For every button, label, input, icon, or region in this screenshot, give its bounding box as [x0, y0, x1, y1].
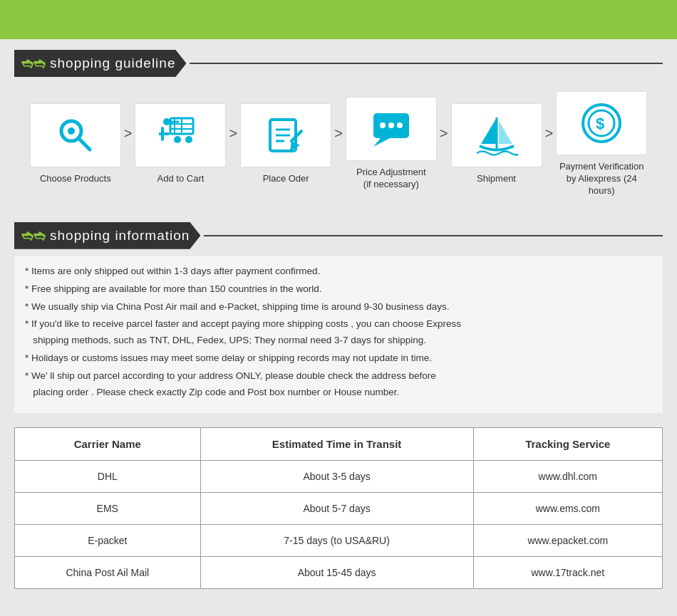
table-row: E-packet 7-15 days (to USA&RU) www.epack… — [15, 525, 663, 557]
info-badge: ➬➬ shopping information — [14, 222, 200, 249]
tracking-ems: www.ems.com — [473, 493, 662, 525]
col-header-carrier: Carrier Name — [15, 428, 201, 461]
arrow-1: > — [124, 125, 133, 163]
info-text: * Items are only shipped out within 1-3 … — [25, 263, 652, 402]
chat-icon — [370, 108, 413, 150]
step-label-shipment: Shipment — [477, 173, 516, 185]
table-row: EMS About 5-7 days www.ems.com — [15, 493, 663, 525]
svg-point-23 — [388, 122, 394, 128]
carrier-china-post: China Post Ail Mail — [15, 557, 201, 589]
time-china-post: About 15-45 days — [200, 557, 473, 589]
guideline-header: ➬➬ shopping guideline — [14, 50, 663, 77]
step-place-order: Place Oder — [240, 103, 331, 185]
svg-point-22 — [380, 122, 386, 128]
svg-point-11 — [185, 136, 192, 143]
svg-marker-26 — [499, 121, 512, 144]
step-label-price: Price Adjustment(if necessary) — [356, 167, 426, 191]
svg-text:$: $ — [596, 115, 604, 132]
step-label-payment: Payment Verificationby Aliexpress (24 ho… — [559, 161, 644, 197]
chevron-icon: ➬➬ — [21, 55, 46, 72]
time-dhl: About 3-5 days — [200, 461, 473, 493]
info-line-3: * We usually ship via China Post Air mai… — [25, 299, 652, 315]
chevron-icon-2: ➬➬ — [21, 227, 46, 244]
step-label-choose: Choose Products — [40, 173, 111, 185]
table-row: DHL About 3-5 days www.dhl.com — [15, 461, 663, 493]
tracking-epacket: www.epacket.com — [473, 525, 662, 557]
info-line-6: * We' ll ship out parcel according to yo… — [25, 368, 652, 401]
step-price-adjustment: Price Adjustment(if necessary) — [346, 97, 437, 191]
step-label-cart: Add to Cart — [157, 173, 205, 185]
title-underline — [190, 63, 663, 64]
info-section: * Items are only shipped out within 1-3 … — [14, 256, 663, 414]
svg-line-1 — [78, 138, 90, 150]
guideline-badge: ➬➬ shopping guideline — [14, 50, 186, 77]
info-line-1: * Items are only shipped out within 1-3 … — [25, 263, 652, 280]
info-line-4: * If you'd like to receive parcel faster… — [25, 316, 652, 349]
step-icon-box-order — [240, 103, 331, 167]
step-icon-box-price — [346, 97, 437, 161]
arrow-3: > — [334, 125, 343, 163]
col-header-time: Estimated Time in Transit — [200, 428, 473, 461]
payment-icon: $ — [580, 102, 623, 145]
svg-point-10 — [174, 136, 181, 143]
carrier-ems: EMS — [15, 493, 201, 525]
svg-marker-25 — [481, 118, 497, 144]
ship-icon — [475, 114, 518, 157]
svg-marker-21 — [373, 138, 390, 147]
steps-container: Choose Products > Add to Cart > — [0, 84, 677, 212]
carrier-dhl: DHL — [15, 461, 201, 493]
svg-point-24 — [397, 122, 403, 128]
table-row: China Post Ail Mail About 15-45 days www… — [15, 557, 663, 589]
arrow-5: > — [545, 125, 554, 163]
arrow-4: > — [440, 125, 448, 163]
table-header-row: Carrier Name Estimated Time in Transit T… — [15, 428, 663, 461]
info-header: ➬➬ shopping information — [14, 222, 663, 249]
info-title: shopping information — [50, 228, 190, 244]
step-choose-products: Choose Products — [30, 103, 121, 185]
search-icon — [54, 114, 97, 157]
tracking-china-post: www.17track.net — [473, 557, 662, 589]
col-header-tracking: Tracking Service — [473, 428, 662, 461]
info-line-2: * Free shipping are available for more t… — [25, 281, 652, 298]
info-line-5: * Holidays or customs issues may meet so… — [25, 350, 652, 367]
tracking-dhl: www.dhl.com — [473, 461, 662, 493]
green-banner — [0, 0, 677, 39]
order-icon — [264, 114, 307, 157]
shipping-table: Carrier Name Estimated Time in Transit T… — [14, 427, 663, 589]
carrier-epacket: E-packet — [15, 525, 201, 557]
step-payment-verification: $ Payment Verificationby Aliexpress (24 … — [556, 91, 647, 197]
step-icon-box-payment: $ — [556, 91, 647, 155]
step-icon-box-shipment — [451, 103, 542, 167]
time-ems: About 5-7 days — [200, 493, 473, 525]
svg-point-2 — [68, 127, 75, 135]
step-icon-box-choose — [30, 103, 121, 167]
step-shipment: Shipment — [451, 103, 542, 185]
arrow-2: > — [229, 125, 237, 163]
step-icon-box-cart — [135, 103, 226, 167]
time-epacket: 7-15 days (to USA&RU) — [200, 525, 473, 557]
table-container: Carrier Name Estimated Time in Transit T… — [14, 427, 663, 589]
cart-icon — [159, 114, 202, 157]
guideline-title: shopping guideline — [50, 56, 175, 71]
step-add-to-cart: Add to Cart — [135, 103, 226, 185]
info-title-underline — [204, 235, 663, 236]
step-label-order: Place Oder — [263, 173, 309, 185]
